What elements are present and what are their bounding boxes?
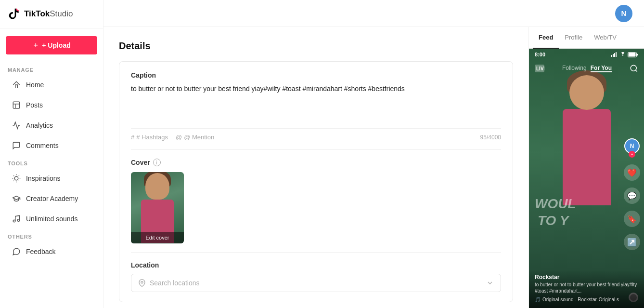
bookmark-action: 🔖 <box>624 211 640 227</box>
analytics-label: Analytics <box>26 121 53 129</box>
cover-label-row: Cover i <box>131 159 501 166</box>
char-count: 95/4000 <box>480 134 501 141</box>
main-area: N Details Caption to butter or not to bu… <box>103 0 644 308</box>
mention-button[interactable]: @ @ Mention <box>176 134 214 141</box>
location-left: Search locations <box>138 279 200 287</box>
details-panel: Details Caption to butter or not to butt… <box>103 27 528 308</box>
svg-line-10 <box>13 181 14 181</box>
inspirations-label: Inspirations <box>26 174 61 182</box>
phone-indicators <box>611 52 638 57</box>
phone-time: 8:00 <box>535 52 545 57</box>
svg-rect-15 <box>611 55 612 57</box>
caption-actions: # # Hashtags @ @ Mention 95/4000 <box>131 128 501 141</box>
inspirations-icon <box>12 174 21 183</box>
sidebar-item-unlimited-sounds[interactable]: Unlimited sounds <box>4 209 99 228</box>
comments-label: Comments <box>26 142 59 149</box>
sidebar-item-feedback[interactable]: Feedback <box>4 242 99 261</box>
video-sound: 🎵 Original sound - Rockstar Original s <box>535 297 638 302</box>
details-card: Caption to butter or not to butter your … <box>119 61 513 302</box>
feedback-label: Feedback <box>26 248 55 255</box>
chevron-down-icon <box>486 279 494 287</box>
sidebar-item-home[interactable]: Home <box>4 75 99 94</box>
location-section: Location Search locations <box>131 261 501 292</box>
sidebar-item-analytics[interactable]: Analytics <box>4 116 99 135</box>
details-title: Details <box>119 40 513 52</box>
bookmark-button[interactable]: 🔖 <box>624 211 640 227</box>
home-label: Home <box>26 81 44 89</box>
svg-line-6 <box>13 175 14 176</box>
creator-academy-label: Creator Academy <box>26 195 78 202</box>
logo-area: TikTokStudio <box>0 0 103 28</box>
sound-label: Original sound - Rockstar <box>542 297 597 302</box>
tab-profile[interactable]: Profile <box>559 27 588 49</box>
share-button[interactable]: ↗️ <box>624 234 640 250</box>
sound-suffix: Original s <box>599 297 619 302</box>
unlimited-sounds-label: Unlimited sounds <box>26 215 77 223</box>
tab-webtv[interactable]: Web/TV <box>588 27 622 49</box>
comment-button[interactable]: 💬 <box>624 187 640 204</box>
svg-text:LIVE: LIVE <box>536 66 544 71</box>
live-icon: LIVE <box>535 65 544 72</box>
content-area: Details Caption to butter or not to butt… <box>103 27 644 308</box>
hashtags-button[interactable]: # # Hashtags <box>131 134 168 141</box>
like-action: ❤️ <box>624 164 640 181</box>
hashtag-icon: # <box>131 134 134 141</box>
video-bottom-info: Rockstar to butter or not to butter your… <box>529 270 644 308</box>
video-username: Rockstar <box>535 274 638 281</box>
feedback-icon <box>12 247 21 256</box>
search-icon <box>630 64 638 73</box>
comments-icon <box>12 141 21 150</box>
to-overlay: TO Y <box>538 213 568 228</box>
svg-line-24 <box>635 70 637 71</box>
svg-line-11 <box>19 175 19 176</box>
divider <box>131 149 501 150</box>
cover-info-icon[interactable]: i <box>153 159 161 166</box>
battery-icon <box>628 52 638 57</box>
topbar: N <box>103 0 644 27</box>
upload-button[interactable]: ＋ + Upload <box>6 36 97 54</box>
mention-label: @ Mention <box>184 134 214 141</box>
divider2 <box>131 252 501 253</box>
svg-rect-18 <box>616 52 617 57</box>
upload-label: + Upload <box>42 41 71 49</box>
signal-icon <box>611 52 618 57</box>
phone-status-bar: 8:00 <box>529 49 644 59</box>
comment-action: 💬 <box>624 187 640 204</box>
preview-phone: 8:00 LIVE Following For You <box>529 49 644 308</box>
follow-badge: + <box>629 151 635 158</box>
cover-edit-overlay[interactable]: Edit cover <box>131 232 184 243</box>
person-representation <box>548 75 625 205</box>
preview-panel: Feed Profile Web/TV 8:00 LIVE <box>528 27 644 308</box>
cover-section: Cover i <box>131 159 501 243</box>
like-button[interactable]: ❤️ <box>624 164 640 181</box>
caption-input[interactable]: to butter or not to butter your best fri… <box>131 84 501 122</box>
svg-rect-0 <box>13 102 20 108</box>
cover-thumbnail[interactable]: Edit cover <box>131 172 184 243</box>
sidebar-item-creator-academy[interactable]: Creator Academy <box>4 189 99 208</box>
tab-feed[interactable]: Feed <box>533 27 559 49</box>
others-section-label: OTHERS <box>0 229 103 241</box>
svg-point-3 <box>14 176 18 180</box>
foryou-tab: For You <box>591 65 612 72</box>
sidebar-item-comments[interactable]: Comments <box>4 136 99 155</box>
posts-icon <box>12 100 21 110</box>
location-dropdown[interactable]: Search locations <box>131 274 501 292</box>
sidebar: TikTokStudio ＋ + Upload MANAGE Home Post… <box>0 0 103 308</box>
phone-nav-bar: LIVE Following For You <box>529 62 644 75</box>
user-avatar[interactable]: N <box>615 5 632 22</box>
sidebar-item-inspirations[interactable]: Inspirations <box>4 169 99 188</box>
sidebar-item-posts[interactable]: Posts <box>4 95 99 115</box>
person-head-area <box>569 75 604 110</box>
posts-label: Posts <box>26 101 43 109</box>
creator-academy-icon <box>12 194 21 203</box>
analytics-icon <box>12 121 21 130</box>
mention-icon: @ <box>176 134 182 141</box>
unlimited-sounds-icon <box>12 214 21 224</box>
caption-action-buttons: # # Hashtags @ @ Mention <box>131 134 214 141</box>
video-caption: to butter or not to butter your best fri… <box>535 281 638 294</box>
svg-point-23 <box>631 65 636 71</box>
tiktok-icon <box>8 8 20 20</box>
location-label: Location <box>131 261 501 269</box>
location-placeholder: Search locations <box>150 279 200 287</box>
preview-tabs: Feed Profile Web/TV <box>529 27 644 49</box>
